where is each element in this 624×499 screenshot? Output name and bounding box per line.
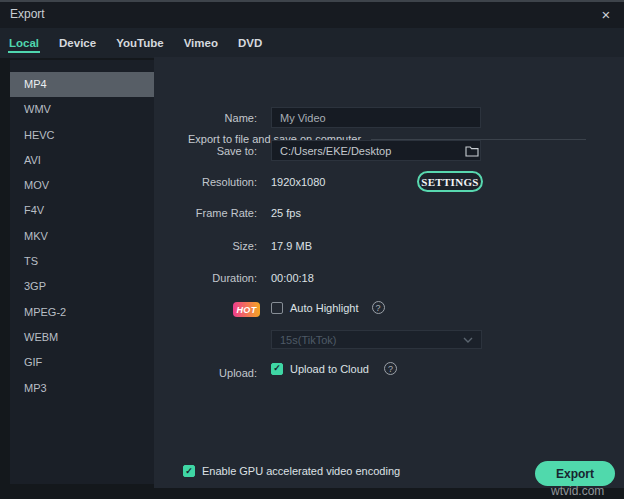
gpu-encoding-label: Enable GPU accelerated video encoding [202, 465, 400, 477]
format-list: MP4 WMV HEVC AVI MOV F4V MKV TS 3GP MPEG… [10, 60, 154, 401]
format-item-mp4[interactable]: MP4 [10, 72, 154, 97]
tab-vimeo[interactable]: Vimeo [183, 28, 219, 58]
upload-to-cloud-label: Upload to Cloud [290, 363, 369, 375]
upload-row: ✓ Upload to Cloud ? [271, 362, 397, 375]
dialog-title: Export [10, 7, 45, 21]
format-item-gif[interactable]: GIF [10, 350, 154, 375]
save-to-label: Save to: [154, 145, 257, 157]
browse-folder-button[interactable] [463, 142, 481, 159]
auto-highlight-help-icon[interactable]: ? [372, 301, 385, 314]
upload-to-cloud-checkbox[interactable]: ✓ [271, 363, 283, 375]
format-item-ts[interactable]: TS [10, 249, 154, 274]
tab-local[interactable]: Local [8, 28, 40, 58]
close-icon[interactable]: × [596, 5, 616, 25]
size-value: 17.9 MB [271, 240, 312, 252]
chevron-down-icon [463, 337, 473, 343]
format-item-3gp[interactable]: 3GP [10, 274, 154, 299]
tab-youtube[interactable]: YouTube [115, 28, 164, 58]
format-item-mp3[interactable]: MP3 [10, 376, 154, 401]
tab-dvd[interactable]: DVD [237, 28, 263, 58]
export-dialog: Export × Local Device YouTube Vimeo DVD … [0, 0, 624, 499]
size-label: Size: [154, 240, 257, 252]
duration-value: 00:00:18 [271, 272, 314, 284]
auto-highlight-checkbox[interactable] [271, 302, 283, 314]
hot-badge: HOT [233, 302, 260, 317]
gpu-encoding-row: ✓ Enable GPU accelerated video encoding [183, 465, 400, 477]
tab-device[interactable]: Device [58, 28, 97, 58]
resolution-label: Resolution: [154, 176, 257, 188]
frame-rate-value: 25 fps [271, 207, 301, 219]
upload-help-icon[interactable]: ? [384, 362, 397, 375]
format-item-wmv[interactable]: WMV [10, 97, 154, 122]
settings-button[interactable]: SETTINGS [417, 171, 483, 192]
watermark: wtvid.com [551, 484, 604, 498]
tab-bar: Local Device YouTube Vimeo DVD [0, 28, 624, 58]
format-item-avi[interactable]: AVI [10, 148, 154, 173]
preset-dropdown[interactable]: 15s(TikTok) [271, 330, 482, 349]
upload-label: Upload: [154, 367, 257, 379]
format-item-f4v[interactable]: F4V [10, 198, 154, 223]
preset-value: 15s(TikTok) [280, 334, 336, 346]
export-button[interactable]: Export [535, 461, 615, 486]
save-to-value: C:/Users/EKE/Desktop [280, 145, 391, 157]
auto-highlight-label: Auto Highlight [290, 302, 359, 314]
name-value: My Video [280, 112, 326, 124]
format-item-hevc[interactable]: HEVC [10, 123, 154, 148]
save-to-input[interactable]: C:/Users/EKE/Desktop [271, 140, 481, 161]
folder-icon [465, 145, 479, 157]
format-item-mpeg2[interactable]: MPEG-2 [10, 300, 154, 325]
duration-label: Duration: [154, 272, 257, 284]
format-sidebar: MP4 WMV HEVC AVI MOV F4V MKV TS 3GP MPEG… [10, 60, 154, 484]
name-input[interactable]: My Video [271, 107, 481, 128]
export-settings-panel: Export to file and save on computer Name… [154, 57, 624, 488]
format-item-webm[interactable]: WEBM [10, 325, 154, 350]
format-item-mkv[interactable]: MKV [10, 224, 154, 249]
auto-highlight-row: Auto Highlight ? [271, 301, 385, 314]
format-item-mov[interactable]: MOV [10, 173, 154, 198]
gpu-encoding-checkbox[interactable]: ✓ [183, 465, 195, 477]
frame-rate-label: Frame Rate: [154, 207, 257, 219]
resolution-value: 1920x1080 [271, 176, 325, 188]
title-bar: Export × [0, 2, 624, 28]
name-label: Name: [154, 112, 257, 124]
